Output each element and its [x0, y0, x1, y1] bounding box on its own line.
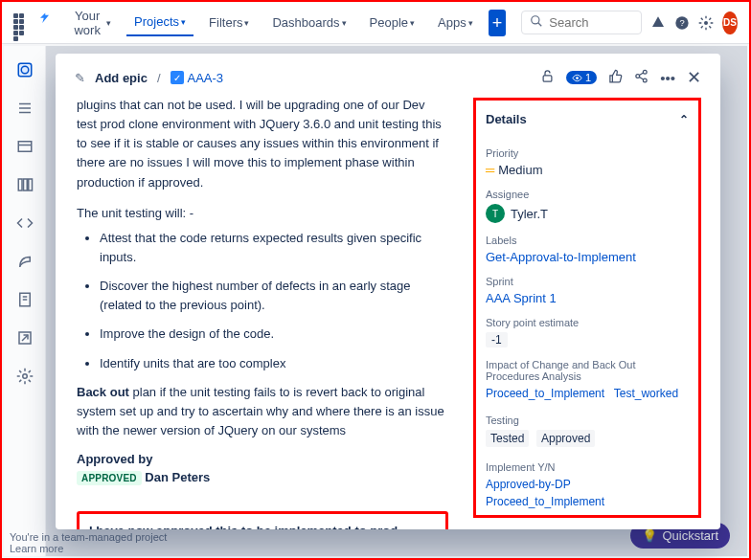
project-settings-icon[interactable] — [14, 366, 35, 387]
testing-value[interactable]: Approved — [536, 430, 595, 447]
backlog-icon[interactable] — [14, 98, 35, 119]
testing-label: Testing — [486, 414, 689, 426]
nav-filters[interactable]: Filters▾ — [201, 10, 257, 35]
lock-icon[interactable] — [540, 69, 555, 86]
watch-button[interactable]: 1 — [566, 71, 597, 84]
description-bullet: Identify units that are too complex — [100, 354, 448, 373]
label-value[interactable]: Get-Approval-to-Implement — [486, 250, 689, 264]
more-icon[interactable]: ••• — [660, 70, 675, 86]
project-type-hint: You're in a team-managed project Learn m… — [10, 531, 167, 554]
story-icon: ✓ — [171, 71, 184, 84]
releases-icon[interactable] — [14, 251, 35, 272]
description-paragraph: plugins that can not be used. I will be … — [77, 96, 448, 192]
edit-icon[interactable]: ✎ — [75, 71, 85, 85]
svg-line-19 — [22, 335, 28, 341]
columns-icon[interactable] — [14, 174, 35, 195]
help-icon[interactable]: ? — [673, 11, 690, 35]
top-nav: Your work▾ Projects▾ Filters▾ Dashboards… — [2, 2, 749, 44]
svg-rect-5 — [18, 63, 32, 77]
description-paragraph: Back out plan if the unit testing fails … — [77, 383, 448, 440]
jira-logo-icon[interactable] — [37, 11, 55, 34]
notifications-icon[interactable] — [649, 11, 666, 35]
pages-icon[interactable] — [14, 289, 35, 310]
shortcut-icon[interactable] — [14, 327, 35, 348]
priority-field[interactable]: ═ Medium — [486, 163, 689, 177]
profile-avatar[interactable]: DS — [722, 11, 738, 34]
nav-apps[interactable]: Apps▾ — [430, 10, 481, 35]
svg-point-0 — [532, 16, 539, 24]
project-sidebar — [4, 46, 46, 556]
sprint-value[interactable]: AAA Sprint 1 — [486, 291, 689, 305]
approved-by-label: Approved by — [77, 452, 448, 466]
svg-point-24 — [636, 75, 640, 78]
assignee-label: Assignee — [486, 189, 689, 200]
testing-value[interactable]: Tested — [486, 430, 529, 447]
implement-label: Implement Y/N — [486, 461, 689, 473]
details-panel: Details ⌃ Priority ═ Medium Assignee T T… — [473, 98, 701, 518]
close-icon[interactable]: ✕ — [687, 67, 701, 88]
svg-line-27 — [640, 77, 644, 79]
implement-value[interactable]: Proceed_to_Implement — [486, 495, 604, 508]
issue-key-link[interactable]: ✓ AAA-3 — [171, 71, 224, 85]
description-bullet: Discover the highest number of defects i… — [100, 277, 448, 315]
settings-icon[interactable] — [698, 11, 715, 35]
impact-value[interactable]: Proceed_to_Implement — [486, 387, 604, 400]
highlighted-comment: I have now approved this to be implement… — [77, 511, 448, 529]
nav-projects[interactable]: Projects▾ — [126, 9, 193, 36]
implement-value[interactable]: Approved-by-DP — [486, 478, 571, 491]
svg-rect-12 — [18, 179, 22, 190]
labels-label: Labels — [486, 235, 689, 246]
collapse-icon[interactable]: ⌃ — [679, 113, 689, 126]
svg-point-23 — [644, 70, 648, 74]
lightbulb-icon: 💡 — [642, 528, 657, 543]
details-title: Details — [486, 112, 527, 126]
svg-point-4 — [704, 21, 708, 25]
approval-row: APPROVED Dan Peters — [77, 470, 448, 484]
app-switcher-icon[interactable] — [13, 13, 26, 33]
svg-point-22 — [576, 77, 579, 79]
add-epic-link[interactable]: Add epic — [95, 71, 148, 85]
roadmap-icon[interactable] — [14, 59, 35, 80]
svg-rect-21 — [543, 76, 552, 81]
svg-line-1 — [538, 23, 542, 27]
nav-your-work[interactable]: Your work▾ — [62, 3, 119, 43]
issue-header: ✎ Add epic / ✓ AAA-3 1 ••• ✕ — [56, 54, 720, 96]
storypoints-label: Story point estimate — [486, 317, 689, 328]
svg-point-20 — [22, 374, 27, 379]
nav-people[interactable]: People▾ — [362, 10, 422, 35]
impact-label: Impact of Change and Back Out Procedures… — [486, 359, 689, 382]
description-paragraph: The unit testing will: - — [77, 204, 448, 223]
search-icon — [530, 14, 543, 31]
svg-rect-10 — [18, 142, 32, 152]
issue-modal: ✎ Add epic / ✓ AAA-3 1 ••• ✕ — [56, 54, 720, 529]
approver-name: Dan Peters — [145, 470, 210, 484]
impact-value[interactable]: Test_worked — [614, 387, 678, 400]
create-button[interactable]: + — [489, 10, 507, 36]
assignee-field[interactable]: T Tyler.T — [486, 204, 689, 223]
issue-content: plugins that can not be used. I will be … — [56, 96, 469, 529]
storypoints-value[interactable]: -1 — [486, 332, 508, 347]
sprint-label: Sprint — [486, 276, 689, 287]
svg-point-25 — [644, 78, 648, 82]
svg-line-26 — [640, 73, 644, 76]
search-input[interactable] — [521, 11, 642, 34]
share-icon[interactable] — [634, 69, 649, 86]
svg-text:?: ? — [679, 18, 684, 28]
priority-label: Priority — [486, 147, 689, 159]
breadcrumb: ✎ Add epic / ✓ AAA-3 — [75, 71, 223, 85]
description-bullet: Improve the design of the code. — [100, 325, 448, 344]
svg-rect-14 — [28, 179, 32, 190]
priority-medium-icon: ═ — [486, 163, 492, 177]
svg-rect-13 — [23, 179, 27, 190]
board-icon[interactable] — [14, 136, 35, 157]
description-bullet: Attest that the code returns expected re… — [100, 229, 448, 267]
nav-dashboards[interactable]: Dashboards▾ — [264, 10, 353, 35]
like-icon[interactable] — [608, 69, 623, 86]
approved-badge: APPROVED — [77, 471, 142, 485]
assignee-avatar-icon: T — [486, 204, 505, 223]
code-icon[interactable] — [14, 213, 35, 234]
